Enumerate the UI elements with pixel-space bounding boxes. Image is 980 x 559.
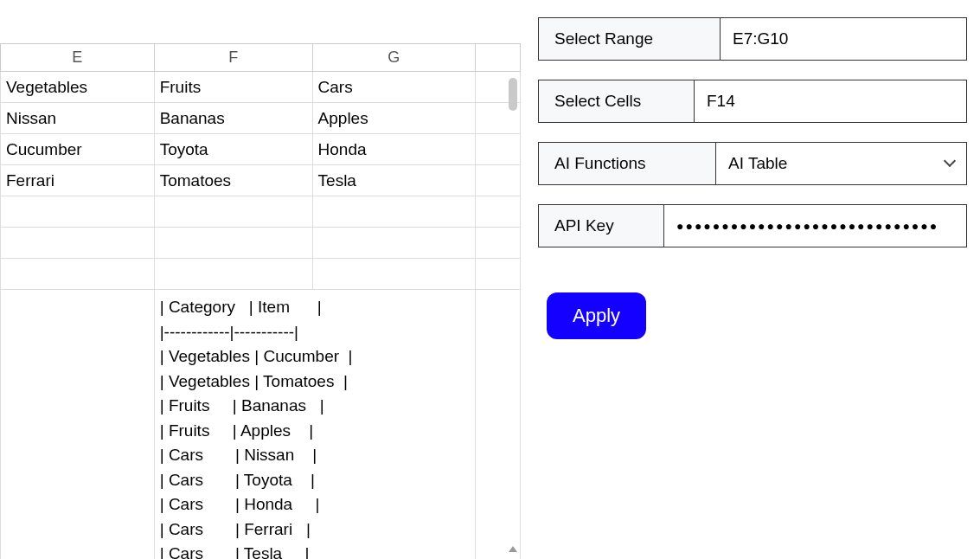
cell[interactable]: Cars	[312, 72, 475, 103]
table-row	[1, 228, 521, 259]
cell[interactable]: Toyota	[154, 134, 312, 165]
table-row: Cucumber Toyota Honda	[1, 134, 521, 165]
table-row	[1, 196, 521, 228]
spreadsheet-panel: E F G Vegetables Fruits Cars Nissan Bana…	[0, 0, 521, 559]
ai-functions-row: AI Functions AI Table	[538, 142, 967, 185]
cell[interactable]	[1, 228, 155, 259]
chevron-down-icon	[945, 160, 956, 167]
cell[interactable]	[312, 228, 475, 259]
cell[interactable]	[475, 134, 520, 165]
cell[interactable]	[154, 259, 312, 290]
select-range-input[interactable]: E7:G10	[721, 18, 966, 60]
api-key-row: API Key ●●●●●●●●●●●●●●●●●●●●●●●●●●●●●	[538, 204, 967, 247]
cell[interactable]	[1, 290, 155, 560]
ai-functions-select[interactable]: AI Table	[716, 143, 966, 184]
cell[interactable]	[154, 196, 312, 228]
cell[interactable]	[1, 196, 155, 228]
cell[interactable]: Ferrari	[1, 165, 155, 196]
cell[interactable]	[475, 259, 520, 290]
cell[interactable]	[312, 259, 475, 290]
cell[interactable]	[475, 196, 520, 228]
ai-functions-label: AI Functions	[539, 143, 716, 184]
table-row: Ferrari Tomatoes Tesla	[1, 165, 521, 196]
api-key-label: API Key	[539, 205, 664, 247]
cell[interactable]	[475, 165, 520, 196]
apply-button[interactable]: Apply	[547, 292, 646, 339]
select-range-label: Select Range	[539, 18, 721, 60]
select-cells-label: Select Cells	[539, 80, 695, 122]
cell[interactable]: Tomatoes	[154, 165, 312, 196]
cell[interactable]	[475, 228, 520, 259]
column-header-e[interactable]: E	[1, 44, 155, 72]
cell[interactable]: Tesla	[312, 165, 475, 196]
cell[interactable]: Apples	[312, 103, 475, 134]
cell[interactable]	[154, 228, 312, 259]
select-range-row: Select Range E7:G10	[538, 17, 967, 61]
cell[interactable]: Bananas	[154, 103, 312, 134]
cell[interactable]: Honda	[312, 134, 475, 165]
api-key-input[interactable]: ●●●●●●●●●●●●●●●●●●●●●●●●●●●●●	[664, 205, 966, 247]
cell[interactable]: Nissan	[1, 103, 155, 134]
column-header-blank[interactable]	[475, 44, 520, 72]
scroll-arrow-up-icon[interactable]	[509, 546, 517, 552]
cell[interactable]	[1, 259, 155, 290]
table-row: Nissan Bananas Apples	[1, 103, 521, 134]
cell[interactable]: Cucumber	[1, 134, 155, 165]
sidebar-panel: Select Range E7:G10 Select Cells F14 AI …	[521, 0, 980, 559]
cell[interactable]: Fruits	[154, 72, 312, 103]
select-cells-input[interactable]: F14	[695, 80, 966, 122]
column-header-f[interactable]: F	[154, 44, 312, 72]
cell[interactable]	[312, 196, 475, 228]
scrollbar-thumb[interactable]	[509, 78, 517, 111]
column-header-g[interactable]: G	[312, 44, 475, 72]
cell[interactable]	[475, 290, 520, 560]
table-row: Vegetables Fruits Cars	[1, 72, 521, 103]
table-row	[1, 259, 521, 290]
result-cell[interactable]: | Category | Item | |------------|------…	[154, 290, 475, 560]
spreadsheet-grid[interactable]: E F G Vegetables Fruits Cars Nissan Bana…	[0, 43, 521, 559]
table-row: | Category | Item | |------------|------…	[1, 290, 521, 560]
select-cells-row: Select Cells F14	[538, 80, 967, 123]
cell[interactable]: Vegetables	[1, 72, 155, 103]
ai-functions-value: AI Table	[728, 154, 787, 173]
